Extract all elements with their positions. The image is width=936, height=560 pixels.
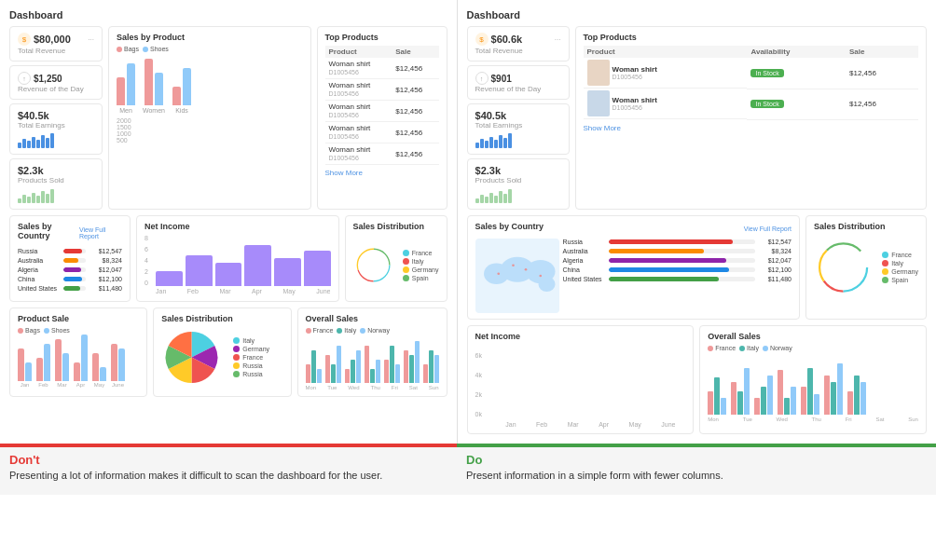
pie-chart [161,327,222,388]
in-stock-badge-2: In Stock [750,100,783,108]
right-net-income: Net Income 6k4k2k0k [467,325,695,434]
col-product: Product [325,46,392,58]
dont-description: Presenting a lot of information makes it… [9,469,447,483]
right-col-product: Product [584,46,748,58]
main-container: Dashboard $ $80,000 ··· Total Revenue [0,0,936,495]
right-donut-legend: France Italy Germany Spain [882,252,918,283]
right-top-products: Top Products Product Availability Sale [575,26,927,210]
donut-chart-left [353,235,393,295]
net-income-card-left: Net Income 86420 JanFebMarAprMayJune [136,215,339,302]
table-row: Woman shirtD1005456$12,456 [325,101,439,122]
right-rev-day-value: $901 [491,74,512,84]
right-earnings-value: $40.5k [475,110,561,121]
country-row: Algeria $12,047 [18,266,122,273]
right-overall-chart [708,354,918,415]
sales-by-product-title: Sales by Product [117,33,303,42]
sales-dist2-title: Sales Distribution [161,314,282,323]
overall-chart-left [306,336,439,383]
sales-dist-card-left: Sales Distribution France Italy [345,215,447,302]
right-col-sale: Sale [846,46,918,58]
overall-labels-left: MonTueWedThuFriSatSun [306,385,439,390]
product-sale-chart: Jan Feb Mar Apr May June [18,336,139,388]
right-earnings-bars [475,131,561,148]
overall-sales-left: Overall Sales France Italy Norway [297,307,447,397]
sales-by-country-left: Sales by Country View Full Report Russia… [9,215,131,302]
country-bars-left: Russia $12,547 Australia $8,324 Algeria [18,248,122,292]
svg-point-9 [512,264,515,266]
product-legend: Bags Shoes [117,46,303,52]
dont-title: Don't [9,453,447,467]
stat-total-revenue: $ $80,000 ··· Total Revenue [9,26,103,61]
table-row: Woman shirtD1005456$12,456 [325,122,439,143]
sales-by-product-card: Sales by Product Bags Shoes [108,26,311,210]
stat-earnings: $40.5k Total Earnings [9,103,103,155]
right-country-bars: Russia $12,547 Australia $8,324 Algeria [563,239,791,313]
country-row: China $12,100 [563,266,791,273]
donut-legend-left: France Italy Germany Spain [403,250,439,281]
svg-point-8 [538,277,555,292]
right-country-title: Sales by Country [475,222,544,231]
right-net-income-title: Net Income [475,332,686,341]
country-row: Russia $12,547 [18,248,122,254]
right-sales-dist: Sales Distribution France Italy G [805,215,927,320]
world-map [475,239,559,313]
table-row: Woman shirtD1005456$12,456 [325,79,439,101]
revenue-label: Total Revenue [18,47,94,55]
donut-container-left: France Italy Germany Spain [353,235,439,295]
earnings-label: Total Earnings [18,121,94,130]
right-stat-products-sold: $2.3k Products Sold [467,158,570,210]
right-income-labels: JanFebMarAprMayJune [496,421,686,428]
top-products-title: Top Products [325,33,439,42]
view-full-report-link[interactable]: View Full Report [79,226,122,239]
stat-products-sold: $2.3k Products Sold [9,158,103,210]
svg-point-17 [823,247,863,287]
country-title: Sales by Country [18,222,79,240]
revenue-day-label: Revenue of the Day [18,85,94,93]
svg-point-10 [524,268,527,271]
dashboard-left: Dashboard $ $80,000 ··· Total Revenue [0,0,457,444]
pie-legend: Italy Germany France Russia Russia [233,337,269,377]
show-more-link[interactable]: Show More [325,169,439,177]
table-row: Woman shirtD1005456 In Stock $12,456 [584,58,918,89]
country-row: Russia $12,547 [563,239,791,245]
dashboards-row: Dashboard $ $80,000 ··· Total Revenue [0,0,936,444]
right-overall-sales: Overall Sales France Italy Norway [699,325,927,434]
product-avatar [587,90,610,116]
revenue-value: $80,000 [34,34,71,45]
right-stat-revenue-day: ↑ $901 Revenue of the Day [467,65,570,100]
revenue-day-icon: ↑ [18,72,31,85]
right-revenue-label: Total Revenue [475,47,561,55]
country-row: United States $11,480 [18,285,122,292]
product-sale-title: Product Sale [18,314,139,323]
label-section: Don't Presenting a lot of information ma… [0,444,936,495]
left-dashboard-title: Dashboard [9,9,447,20]
right-view-full[interactable]: View Full Report [744,225,791,232]
right-dashboard-title: Dashboard [467,9,927,20]
product-avatar [587,60,610,86]
do-description: Present information in a simple form wit… [466,469,927,483]
svg-point-4 [359,252,386,279]
do-section: Do Present information in a simple form … [457,444,936,495]
right-stat-revenue: $ $60.6k ··· Total Revenue [467,26,570,61]
right-sales-country: Sales by Country View Full Report [467,215,800,320]
right-show-more[interactable]: Show More [584,124,918,132]
right-products-sold-value: $2.3k [475,165,561,176]
right-top-products-title: Top Products [584,33,918,42]
right-income-chart: 6k4k2k0k [475,345,686,419]
sales-product-chart: Men Women [117,55,303,116]
right-overall-title: Overall Sales [708,332,918,341]
stat-revenue-day: ↑ $1,250 Revenue of the Day [9,65,103,100]
country-row: Algeria $12,047 [563,257,791,264]
overall-sales-title-left: Overall Sales [306,314,439,323]
right-col-availability: Availability [747,46,846,58]
products-minibars [18,186,94,203]
country-row: China $12,100 [18,276,122,282]
table-row: Woman shirtD1005456$12,456 [325,143,439,165]
earnings-value: $40.5k [18,110,94,121]
table-row: Woman shirtD1005456 In Stock $12,456 [584,89,918,119]
sales-dist2-card: Sales Distribution Italy [153,307,291,397]
right-overall-legend: France Italy Norway [708,345,918,351]
products-sold-value: $2.3k [18,165,94,176]
right-earnings-label: Total Earnings [475,121,561,130]
right-overall-labels: MonTueWedThuFriSatSun [708,417,918,422]
